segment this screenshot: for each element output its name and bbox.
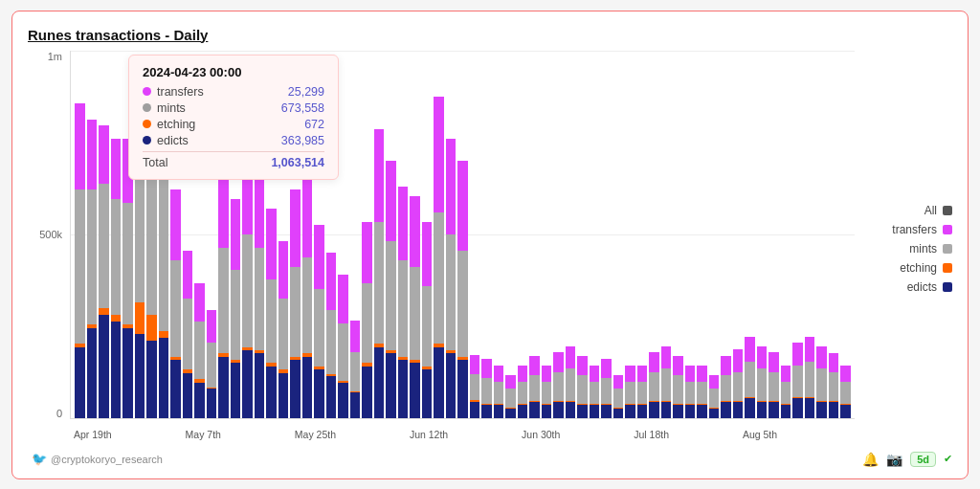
bar-segment-mints — [362, 283, 372, 364]
bar-stack-55 — [733, 349, 744, 417]
bar-segment-transfers — [709, 375, 720, 388]
bar-segment-mints — [87, 189, 98, 324]
bar-segment-edicts — [625, 405, 635, 417]
bar-segment-mints — [194, 322, 205, 379]
bar-group-49 — [661, 51, 672, 418]
camera-icon[interactable]: 📷 — [886, 452, 902, 467]
bar-segment-mints — [374, 222, 385, 344]
bar-stack-59 — [781, 366, 791, 417]
bar-stack-2 — [99, 125, 109, 417]
y-label-500k: 500k — [39, 229, 62, 240]
bar-segment-transfers — [781, 366, 791, 382]
bar-segment-edicts — [481, 405, 492, 417]
bar-stack-58 — [768, 352, 779, 417]
bar-group-22 — [338, 51, 348, 418]
bar-group-59 — [781, 51, 791, 418]
x-label-6: Aug 5th — [743, 429, 777, 440]
bar-segment-edicts — [757, 402, 768, 418]
bar-group-30 — [434, 51, 444, 418]
bar-stack-37 — [518, 366, 528, 418]
bar-segment-edicts — [170, 360, 181, 417]
bar-segment-transfers — [434, 97, 444, 212]
bar-segment-mints — [792, 366, 803, 398]
bar-segment-mints — [577, 375, 588, 404]
bar-segment-mints — [613, 389, 624, 408]
bar-stack-19 — [302, 174, 313, 418]
bar-segment-transfers — [542, 366, 552, 382]
bar-segment-transfers — [338, 275, 348, 322]
bar-segment-mints — [446, 234, 457, 350]
tooltip-row-etching: etching 672 — [143, 118, 324, 131]
bar-group-43 — [590, 51, 600, 418]
bar-segment-transfers — [685, 366, 696, 382]
bar-segment-transfers — [625, 366, 635, 382]
bar-segment-edicts — [673, 405, 683, 417]
bar-segment-transfers — [111, 139, 122, 200]
bar-stack-15 — [255, 151, 265, 417]
bar-group-41 — [566, 51, 576, 418]
bar-stack-27 — [398, 187, 409, 418]
bar-segment-transfers — [386, 161, 396, 241]
bar-group-54 — [721, 51, 731, 418]
bar-segment-mints — [601, 378, 612, 404]
bar-segment-transfers — [266, 209, 277, 279]
bar-stack-1 — [87, 119, 98, 417]
bar-segment-transfers — [398, 187, 409, 260]
bar-segment-mints — [75, 189, 85, 344]
tooltip-row-transfers: transfers 25,299 — [143, 85, 324, 99]
bar-segment-edicts — [350, 392, 361, 418]
bar-segment-transfers — [601, 359, 612, 378]
check-icon: ✔ — [944, 453, 952, 465]
bar-segment-transfers — [721, 356, 731, 375]
bar-segment-mints — [481, 378, 492, 404]
legend-label-transfers: transfers — [892, 223, 937, 236]
bar-segment-transfers — [697, 366, 707, 382]
bar-group-51 — [685, 51, 696, 418]
bar-segment-transfers — [805, 337, 815, 363]
bar-segment-edicts — [768, 402, 779, 418]
alert-icon[interactable]: 🔔 — [862, 452, 879, 467]
bar-segment-edicts — [99, 315, 109, 417]
bar-segment-transfers — [302, 174, 313, 257]
bar-segment-mints — [673, 375, 683, 404]
bar-segment-mints — [457, 251, 468, 357]
bar-segment-mints — [721, 375, 731, 401]
bar-segment-edicts — [386, 353, 396, 417]
bar-segment-mints — [434, 212, 444, 345]
bar-stack-48 — [649, 352, 659, 417]
bar-stack-63 — [829, 353, 839, 418]
bar-segment-edicts — [685, 405, 696, 417]
bar-group-50 — [673, 51, 683, 418]
bar-segment-edicts — [159, 338, 169, 418]
bar-segment-transfers — [745, 337, 755, 363]
tooltip-row-mints: mints 673,558 — [143, 101, 324, 115]
bar-segment-transfers — [637, 366, 648, 382]
bar-segment-edicts — [446, 353, 457, 417]
bar-stack-23 — [350, 321, 361, 418]
bar-segment-mints — [816, 368, 827, 401]
legend-item-All: All — [870, 204, 952, 217]
bar-stack-11 — [207, 310, 217, 417]
bar-segment-edicts — [87, 328, 98, 418]
bar-group-2 — [99, 51, 109, 418]
chart-title: Runes transactions - Daily — [28, 27, 960, 43]
bar-group-3 — [111, 51, 122, 418]
bar-segment-mints — [529, 375, 540, 401]
bar-stack-33 — [470, 355, 480, 417]
period-badge[interactable]: 5d — [910, 452, 936, 467]
bar-stack-52 — [697, 366, 707, 417]
bar-segment-mints — [266, 279, 277, 363]
tooltip-total: Total 1,063,514 — [143, 151, 324, 169]
legend-dot-etching — [943, 263, 952, 273]
x-label-3: Jun 12th — [410, 429, 448, 440]
bar-segment-transfers — [410, 196, 420, 267]
footer-credit: @cryptokoryo_research — [51, 454, 163, 465]
bar-group-58 — [768, 51, 779, 418]
bar-segment-edicts — [566, 402, 576, 418]
bar-segment-mints — [326, 310, 337, 374]
bar-segment-mints — [637, 382, 648, 404]
bar-segment-edicts — [314, 369, 324, 417]
bar-group-28 — [410, 51, 420, 418]
bar-segment-edicts — [410, 363, 420, 417]
bar-segment-transfers — [613, 375, 624, 388]
